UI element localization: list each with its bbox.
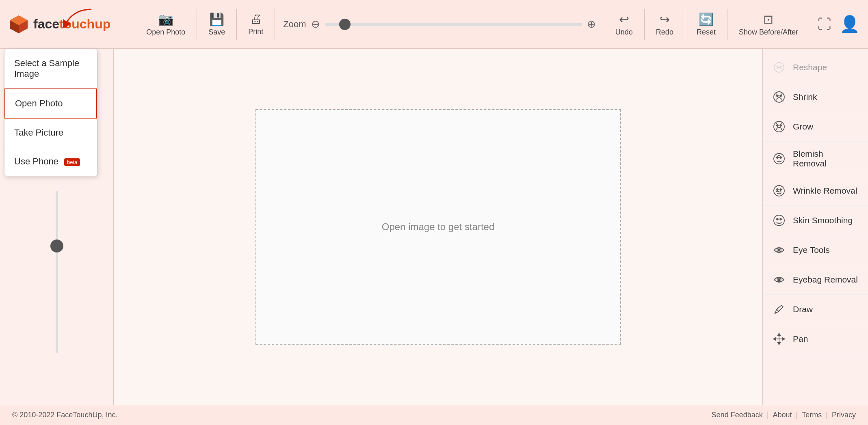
redo-button[interactable]: ↪ Redo [645,9,685,40]
zoom-label: Zoom [283,19,306,30]
dropdown-menu: Select a Sample Image Open Photo Take Pi… [4,49,97,176]
toolbar: 📷 Open Photo 💾 Save 🖨 Print Zoom ⊖ ⊕ ↩ U… [135,9,860,40]
vertical-slider-thumb[interactable] [50,239,63,252]
footer-about[interactable]: About [773,411,792,419]
canvas-box[interactable]: Open image to get started [255,109,621,345]
tool-eye-tools[interactable]: Eye Tools [763,235,868,265]
eye-tools-icon [772,243,786,257]
svg-point-24 [780,218,781,220]
draw-icon [772,302,786,317]
tool-shrink[interactable]: Shrink [763,82,868,112]
eye-tools-label: Eye Tools [793,245,830,255]
take-picture-label: Take Picture [14,127,63,138]
reset-label: Reset [697,28,716,37]
before-after-icon: ⊡ [763,12,773,26]
svg-point-11 [774,121,784,132]
print-label: Print [248,28,263,36]
open-photo-label: Open Photo [146,28,185,37]
svg-point-7 [780,66,781,67]
show-before-after-button[interactable]: ⊡ Show Before/After [727,9,810,40]
zoom-thumb[interactable] [339,19,351,30]
tool-skin-smoothing[interactable]: Skin Smoothing [763,206,868,235]
reset-button[interactable]: 🔄 Reset [685,9,727,40]
grow-icon [772,119,786,134]
grow-label: Grow [793,122,813,132]
undo-label: Undo [615,28,633,37]
svg-point-9 [777,95,778,97]
svg-point-14 [774,153,784,164]
print-icon: 🖨 [250,12,262,26]
dropdown-item-take-picture[interactable]: Take Picture [4,119,97,147]
open-photo-dropdown-label: Open Photo [15,98,63,108]
svg-marker-32 [778,343,780,345]
main: Select a Sample Image Open Photo Take Pi… [0,49,868,405]
svg-marker-34 [783,338,785,340]
zoom-track[interactable] [325,23,582,26]
shrink-icon [772,90,786,104]
redo-label: Redo [656,28,673,37]
dropdown-item-select-sample[interactable]: Select a Sample Image [4,49,97,88]
reset-icon: 🔄 [699,12,714,26]
tool-draw[interactable]: Draw [763,295,868,324]
tool-blemish-removal[interactable]: Blemish Removal [763,142,868,176]
undo-button[interactable]: ↩ Undo [604,9,645,40]
eyebag-removal-label: Eyebag Removal [793,275,858,285]
wrinkle-removal-icon [772,183,786,198]
tool-pan[interactable]: Pan [763,324,868,354]
footer: © 2010-2022 FaceTouchUp, Inc. Send Feedb… [0,405,868,425]
tool-eyebag-removal[interactable]: Eyebag Removal [763,265,868,295]
footer-privacy[interactable]: Privacy [832,411,856,419]
svg-point-22 [774,215,784,226]
undo-icon: ↩ [619,12,629,26]
camera-icon: 📷 [158,12,173,26]
svg-point-13 [780,125,781,126]
open-photo-button[interactable]: 📷 Open Photo [135,9,197,40]
tool-reshape[interactable]: Reshape [763,53,868,82]
use-phone-label: Use Phone [14,156,58,166]
logo-icon [8,14,29,35]
fullscreen-icon[interactable]: ⛶ [818,16,831,32]
save-button[interactable]: 💾 Save [197,9,237,40]
dropdown-item-open-photo[interactable]: Open Photo [4,88,97,119]
canvas-placeholder: Open image to get started [382,221,495,233]
shrink-label: Shrink [793,92,817,102]
footer-sep-2: | [796,411,798,419]
svg-point-21 [780,189,781,190]
svg-point-20 [777,189,778,190]
draw-label: Draw [793,304,813,314]
tool-wrinkle-removal[interactable]: Wrinkle Removal [763,176,868,206]
dropdown-item-use-phone[interactable]: Use Phone beta [4,147,97,176]
footer-send-feedback[interactable]: Send Feedback [712,411,763,419]
beta-badge: beta [64,158,80,166]
reshape-icon [772,60,786,75]
svg-marker-33 [773,338,775,340]
toolbar-right: ↩ Undo ↪ Redo 🔄 Reset ⊡ Show Before/Afte… [604,9,810,40]
svg-point-28 [778,279,780,281]
zoom-section: Zoom ⊖ ⊕ [283,18,595,30]
reshape-label: Reshape [793,63,827,72]
zoom-minus-button[interactable]: ⊖ [311,18,320,30]
blemish-removal-icon [772,151,786,166]
wrinkle-removal-label: Wrinkle Removal [793,186,857,196]
svg-marker-31 [778,333,780,335]
copyright: © 2010-2022 FaceTouchUp, Inc. [12,411,117,419]
footer-links: Send Feedback | About | Terms | Privacy [712,411,856,419]
print-button[interactable]: 🖨 Print [237,9,275,39]
zoom-plus-button[interactable]: ⊕ [587,18,596,30]
save-icon: 💾 [209,12,224,26]
tool-grow[interactable]: Grow [763,112,868,142]
vertical-slider-track[interactable] [56,191,58,353]
left-panel: Select a Sample Image Open Photo Take Pi… [0,49,114,405]
footer-terms[interactable]: Terms [802,411,822,419]
pan-icon [772,332,786,346]
svg-point-12 [777,125,778,126]
svg-point-10 [780,95,781,97]
skin-smoothing-icon [772,213,786,228]
save-label: Save [208,28,225,37]
svg-point-6 [777,66,778,67]
account-icon[interactable]: 👤 [840,15,860,34]
header: facetouchup 📷 Open Photo 💾 Save 🖨 Print [0,0,868,49]
eyebag-removal-icon [772,272,786,287]
svg-point-26 [778,249,780,251]
svg-point-23 [777,218,778,220]
